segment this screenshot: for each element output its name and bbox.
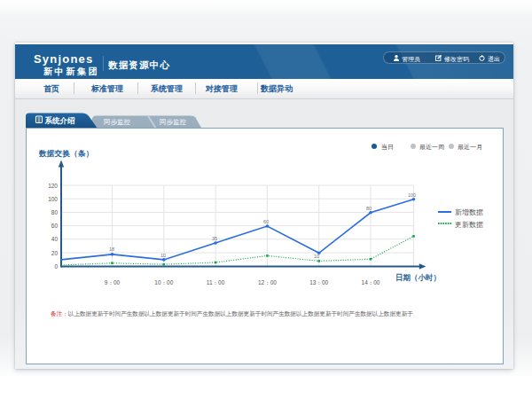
svg-text:80: 80 (51, 209, 59, 215)
svg-text:100: 100 (408, 192, 416, 198)
svg-text:10: 10 (314, 254, 319, 259)
svg-text:12：00: 12：00 (258, 279, 277, 286)
svg-text:11：00: 11：00 (207, 279, 225, 286)
svg-text:35: 35 (212, 236, 217, 241)
svg-text:60: 60 (263, 219, 269, 224)
svg-text:14：00: 14：00 (362, 279, 380, 286)
svg-text:0: 0 (54, 263, 58, 270)
svg-text:9：00: 9：00 (105, 279, 121, 286)
svg-text:40: 40 (51, 236, 59, 242)
svg-text:20: 20 (51, 250, 59, 256)
svg-text:10：00: 10：00 (154, 279, 173, 286)
svg-text:10: 10 (160, 253, 166, 258)
svg-text:13：00: 13：00 (309, 279, 328, 286)
svg-text:120: 120 (48, 183, 58, 189)
svg-text:60: 60 (51, 223, 59, 229)
svg-text:80: 80 (366, 206, 372, 211)
svg-text:100: 100 (48, 196, 58, 202)
svg-text:18: 18 (109, 246, 114, 252)
